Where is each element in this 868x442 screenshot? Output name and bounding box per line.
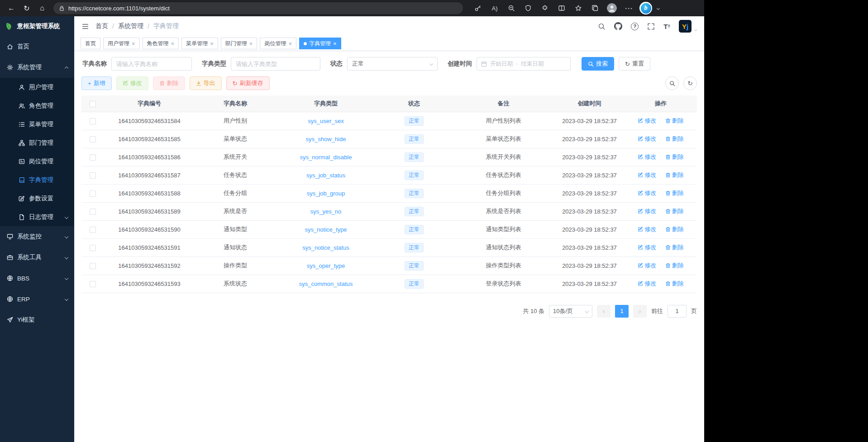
browser-reload-button[interactable]: ↻ [20,2,33,14]
row-delete-link[interactable]: 删除 [665,171,684,179]
edit-button[interactable]: 修改 [116,76,148,90]
tab-dept-mgmt[interactable]: 部门管理× [221,38,258,49]
dict-type-link[interactable]: sys_notice_status [302,244,349,251]
status-select[interactable]: 正常 [347,57,438,71]
refresh-table-button[interactable]: ↻ [683,76,697,90]
next-page-button[interactable]: › [633,305,647,318]
favorites-icon[interactable] [572,2,584,14]
close-icon[interactable]: × [333,41,337,47]
add-button[interactable]: +新增 [81,76,112,90]
row-delete-link[interactable]: 删除 [665,189,684,197]
read-aloud-icon[interactable]: A) [489,2,501,14]
dict-type-link[interactable]: sys_show_hide [306,136,346,143]
row-edit-link[interactable]: 修改 [638,171,656,179]
search-button[interactable]: 搜索 [582,57,614,71]
dict-type-link[interactable]: sys_normal_disable [300,154,352,161]
copilot-icon[interactable]: b [639,2,652,14]
more-menu-icon[interactable]: ⋯ [623,2,634,14]
collapse-sidebar-icon[interactable] [81,23,89,30]
row-delete-link[interactable]: 删除 [665,117,684,125]
dict-type-link[interactable]: sys_notice_type [305,226,347,233]
app-logo[interactable]: 意框架管理系统 [0,16,74,36]
row-delete-link[interactable]: 删除 [665,207,684,215]
row-checkbox[interactable] [90,190,96,197]
sidebar-item-system-tools[interactable]: 系统工具 [0,247,74,268]
row-checkbox[interactable] [90,172,96,179]
tracking-shield-icon[interactable] [522,2,534,14]
row-delete-link[interactable]: 删除 [665,243,684,252]
profile-avatar[interactable] [606,2,618,14]
dict-type-link[interactable]: sys_job_group [307,190,345,197]
row-edit-link[interactable]: 修改 [638,189,656,197]
row-edit-link[interactable]: 修改 [638,261,656,270]
sidebar-item-post-mgmt[interactable]: 岗位管理 [0,152,74,171]
tab-post-mgmt[interactable]: 岗位管理× [260,38,296,49]
browser-home-button[interactable]: ⌂ [35,2,49,14]
fullscreen-icon[interactable] [647,23,655,30]
sidebar-item-log-mgmt[interactable]: 日志管理 [0,208,74,226]
copilot-dropdown-icon[interactable] [657,6,660,10]
sidebar-item-home[interactable]: 首页 [0,36,74,57]
password-key-icon[interactable] [472,2,484,14]
sidebar-item-dict-mgmt[interactable]: 字典管理 [0,171,74,189]
row-checkbox[interactable] [90,245,96,251]
split-screen-icon[interactable] [556,2,568,14]
row-edit-link[interactable]: 修改 [638,243,656,252]
close-icon[interactable]: × [210,41,214,47]
row-checkbox[interactable] [90,227,96,233]
sidebar-item-erp[interactable]: ERP [0,289,74,309]
extensions-icon[interactable] [539,2,551,14]
user-dropdown-icon[interactable] [694,28,697,31]
row-edit-link[interactable]: 修改 [638,135,656,143]
row-edit-link[interactable]: 修改 [638,153,656,161]
tab-home[interactable]: 首页 [81,38,100,49]
zoom-icon[interactable] [506,2,517,14]
header-search-icon[interactable] [598,23,606,30]
prev-page-button[interactable]: ‹ [597,305,610,318]
row-checkbox[interactable] [90,263,96,269]
github-icon[interactable] [614,22,622,30]
row-edit-link[interactable]: 修改 [638,207,656,215]
row-checkbox[interactable] [90,209,96,215]
close-icon[interactable]: × [249,41,253,47]
sidebar-item-role-mgmt[interactable]: 角色管理 [0,96,74,115]
dict-type-link[interactable]: sys_common_status [299,280,353,287]
export-button[interactable]: 导出 [190,76,222,90]
dict-type-link[interactable]: sys_job_status [306,172,345,179]
sidebar-item-system-mgmt[interactable]: 系统管理 [0,57,74,78]
sidebar-item-menu-mgmt[interactable]: 菜单管理 [0,115,74,133]
refresh-cache-button[interactable]: ↻刷新缓存 [226,76,270,90]
row-checkbox[interactable] [90,154,96,161]
sidebar-item-dept-mgmt[interactable]: 部门管理 [0,133,74,152]
address-bar[interactable]: https://ccnetcore.com:1101/system/dict [53,2,463,14]
row-checkbox[interactable] [90,136,96,143]
sidebar-item-system-monitor[interactable]: 系统监控 [0,226,74,247]
delete-button[interactable]: 删除 [153,76,185,90]
user-logo[interactable]: Yj [679,20,692,33]
goto-page-input[interactable] [668,305,687,318]
row-delete-link[interactable]: 删除 [665,280,684,288]
select-all-checkbox[interactable] [90,101,96,107]
date-range-picker[interactable]: 开始日期 - 结束日期 [477,57,571,71]
row-checkbox[interactable] [90,118,96,124]
dict-type-link[interactable]: sys_oper_type [307,262,345,269]
sidebar-item-bbs[interactable]: BBS [0,268,74,289]
dict-name-input[interactable] [111,57,192,71]
help-icon[interactable]: ? [631,23,639,30]
tab-role-mgmt[interactable]: 角色管理× [143,38,179,49]
row-delete-link[interactable]: 删除 [665,153,684,161]
close-icon[interactable]: × [171,41,175,47]
tab-user-mgmt[interactable]: 用户管理× [103,38,140,49]
tab-dict-mgmt[interactable]: 字典管理× [299,38,341,49]
row-delete-link[interactable]: 删除 [665,135,684,143]
row-delete-link[interactable]: 删除 [665,261,684,270]
browser-back-button[interactable]: ← [5,2,18,14]
breadcrumb-home[interactable]: 首页 [95,22,108,30]
reset-button[interactable]: ↻ 重置 [619,57,650,71]
row-edit-link[interactable]: 修改 [638,225,656,233]
breadcrumb-system-mgmt[interactable]: 系统管理 [118,22,143,30]
close-icon[interactable]: × [288,41,292,47]
sidebar-item-user-mgmt[interactable]: 用户管理 [0,78,74,96]
collections-icon[interactable] [589,2,601,14]
row-edit-link[interactable]: 修改 [638,280,656,288]
